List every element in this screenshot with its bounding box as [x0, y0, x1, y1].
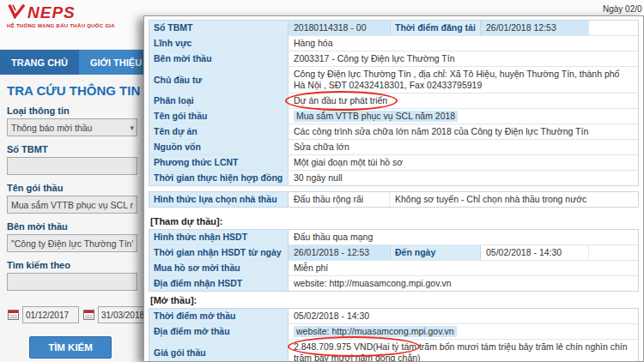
detail-value: Một giai đoạn một túi hồ sơ: [289, 155, 638, 170]
detail-value: 2.848.709.975 VND(Hai tỷ tám trăm bốn mư…: [289, 340, 638, 362]
keyword-input[interactable]: [7, 273, 137, 291]
table-row: Phương thức LCNT Một giai đoạn một túi h…: [149, 155, 638, 171]
info-type-value: Thông báo mời thầu: [11, 123, 92, 133]
detail-value: 26/01/2018 12:53: [481, 21, 589, 35]
inviter-input[interactable]: [7, 234, 137, 252]
table-row: Thời gian nhận HSDT từ ngày 26/01/2018 -…: [149, 245, 638, 261]
table-row: Lĩnh vực Hàng hóa: [149, 36, 638, 51]
detail-label: Lĩnh vực: [149, 36, 289, 51]
detail-selection-table: Hình thức lựa chọn nhà thầu Đấu thầu rộn…: [149, 191, 639, 208]
logo-text: NEPS: [27, 3, 76, 22]
detail-value: Miễn phí: [289, 261, 638, 275]
info-type-select[interactable]: Thông báo mời thầu ▾: [7, 118, 137, 136]
detail-value: Z003317 - Công ty Điện lực Thường Tín: [289, 51, 638, 66]
neps-logo[interactable]: NEPS HỆ THỐNG MẠNG ĐẤU THẦU QUỐC GIA: [7, 3, 115, 28]
detail-label: Thời điểm đăng tải: [390, 21, 481, 35]
page-date: Ngày 02/0: [603, 4, 642, 14]
detail-value: Sửa chữa lớn: [289, 140, 638, 154]
detail-label: Thời gian thực hiện hợp đồng: [149, 171, 289, 185]
table-row: Địa điểm nhận HSDT website: http://muasa…: [149, 276, 638, 291]
table-row: Bên mời thầu Z003317 - Công ty Điện lực …: [149, 51, 638, 67]
detail-value: Đấu thầu qua mạng: [289, 230, 638, 244]
detail-value: Công ty Điện lực Thường Tín , địa chỉ: X…: [289, 67, 638, 93]
detail-value: Đấu thầu rộng rãi: [289, 192, 390, 207]
calendar-icon[interactable]: [7, 309, 19, 321]
detail-label: Giá gói thầu: [149, 340, 289, 362]
date-from-input[interactable]: 01/12/2017: [22, 306, 79, 323]
logo-tagline: HỆ THỐNG MẠNG ĐẤU THẦU QUỐC GIA: [7, 23, 115, 28]
table-row: Nguồn vốn Sửa chữa lớn: [149, 140, 638, 155]
table-row: Giá gói thầu 2.848.709.975 VND(Hai tỷ tá…: [149, 340, 638, 362]
detail-value: 26/01/2018 - 12:53: [289, 245, 390, 260]
detail-value: 05/02/2018 - 14:30: [481, 245, 589, 260]
detail-label: Phương thức LCNT: [149, 155, 289, 170]
detail-label: Đến ngày: [390, 245, 481, 260]
neps-logo-icon: [7, 3, 26, 22]
detail-value: Mua sắm VTTB phục vụ SCL năm 2018: [289, 109, 638, 124]
table-row: Số TBMT 20180114318 - 00 Thời điểm đăng …: [149, 21, 638, 36]
section-header-mo-thau: [Mở thầu]:: [149, 292, 639, 308]
detail-label: Nguồn vốn: [149, 140, 289, 154]
detail-label: Thời gian nhận HSDT từ ngày: [149, 245, 289, 260]
detail-value: Không sơ tuyển - Chỉ chọn nhà thầu trong…: [390, 192, 638, 207]
detail-value: website: http://muasamcong.mpi.gov.vn: [289, 324, 638, 339]
table-row: Hình thức lựa chọn nhà thầu Đấu thầu rộn…: [149, 192, 638, 207]
detail-label: Hình thức nhận HSDT: [149, 230, 289, 244]
table-row: Chủ đầu tư Công ty Điện lực Thường Tín ,…: [149, 67, 638, 94]
table-row: Tên gói thầu Mua sắm VTTB phục vụ SCL nă…: [149, 109, 638, 124]
table-row: Địa điểm mở thầu website: http://muasamc…: [149, 324, 638, 340]
detail-value: 30 ngày null: [289, 171, 638, 185]
nav-item-about[interactable]: GIỚI THIỆU: [79, 50, 153, 75]
detail-value: Các công trình sửa chữa lớn năm 2018 của…: [289, 124, 638, 139]
table-row: Thời điểm mở thầu 05/02/2018 - 14:30: [149, 309, 638, 324]
detail-opening-table: Thời điểm mở thầu 05/02/2018 - 14:30 Địa…: [149, 308, 639, 362]
detail-label: Số TBMT: [149, 21, 289, 35]
detail-label: Địa điểm nhận HSDT: [149, 276, 289, 291]
detail-label: Phân loại: [149, 94, 289, 108]
calendar-icon[interactable]: [82, 309, 94, 321]
nav-item-home[interactable]: TRANG CHỦ: [0, 50, 79, 75]
detail-value: Dự án đầu tư phát triển: [289, 94, 638, 108]
package-name-input[interactable]: [7, 196, 137, 214]
tender-notice-detail-modal: Số TBMT 20180114318 - 00 Thời điểm đăng …: [143, 15, 644, 362]
detail-label: Mua hồ sơ mời thầu: [149, 261, 289, 275]
section-header-tham-du-thau: [Tham dự thầu]:: [149, 213, 639, 229]
table-row: Hình thức nhận HSDT Đấu thầu qua mạng: [149, 230, 638, 245]
detail-value: 20180114318 - 00: [289, 21, 390, 35]
detail-label: Bên mời thầu: [149, 51, 289, 66]
detail-label: Tên gói thầu: [149, 109, 289, 124]
detail-label: Chủ đầu tư: [149, 67, 289, 93]
detail-label: Hình thức lựa chọn nhà thầu: [149, 192, 289, 207]
detail-main-table: Số TBMT 20180114318 - 00 Thời điểm đăng …: [149, 20, 639, 186]
table-row: Mua hồ sơ mời thầu Miễn phí: [149, 261, 638, 276]
detail-value: Hàng hóa: [289, 36, 638, 51]
detail-label: Tên dự án: [149, 124, 289, 139]
detail-value: website: http://muasamcong.mpi.gov.vn: [289, 276, 638, 291]
tbmt-input[interactable]: [7, 157, 137, 175]
detail-value: 05/02/2018 - 14:30: [289, 309, 638, 323]
table-row: Thời gian thực hiện hợp đồng 30 ngày nul…: [149, 171, 638, 185]
detail-participation-table: Hình thức nhận HSDT Đấu thầu qua mạng Th…: [149, 229, 639, 292]
table-row: Tên dự án Các công trình sửa chữa lớn nă…: [149, 124, 638, 140]
table-row: Phân loại Dự án đầu tư phát triển: [149, 94, 638, 109]
detail-label: Địa điểm mở thầu: [149, 324, 289, 339]
chevron-down-icon: ▾: [130, 124, 134, 132]
detail-label: Thời điểm mở thầu: [149, 309, 289, 323]
search-button[interactable]: TÌM KIẾM: [29, 336, 112, 359]
